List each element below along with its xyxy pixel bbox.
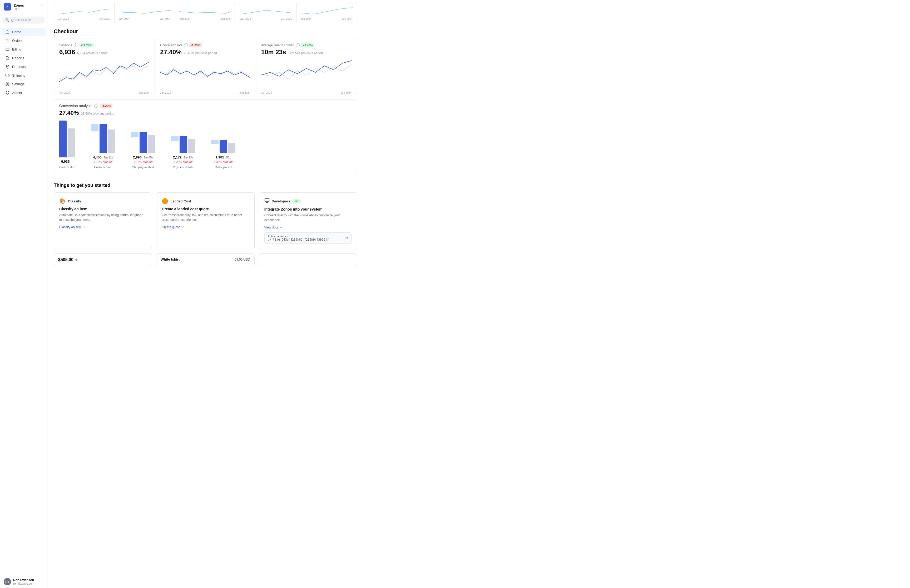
- funnel-time-shipping: 1m 45s: [144, 156, 153, 159]
- funnel-label-shipping: Shipping method: [132, 166, 154, 169]
- conversion-analysis-badge: -1.20%: [100, 104, 112, 108]
- publishable-key-label: Publishable key: [268, 235, 329, 238]
- svg-point-7: [6, 76, 6, 77]
- classify-icon: 🎨: [59, 198, 66, 204]
- conversion-analysis-header: Conversion analysis i -1.20%: [59, 104, 352, 108]
- white-tshirt-label: White tshirt: [161, 257, 179, 262]
- funnel-step-shipping-method: 2,896 1m 45s ↓ 19% drop off Shipping met…: [131, 132, 155, 169]
- sidebar-item-home-label: Home: [12, 30, 21, 34]
- avg-time-prev: 12m 56s previous period: [288, 51, 323, 55]
- chart3-date-end: Jan 2024: [220, 17, 231, 20]
- white-tshirt-price: 69.00 USD: [234, 258, 250, 262]
- sidebar-item-home[interactable]: Home: [2, 27, 45, 36]
- sidebar-item-products-label: Products: [12, 65, 26, 69]
- orders-icon: [5, 39, 10, 43]
- avg-time-chart: Jan 2024 Jan 2024: [261, 58, 352, 89]
- sidebar-item-reports[interactable]: Reports: [2, 54, 45, 62]
- search-icon: 🔍: [5, 18, 10, 22]
- quick-search-button[interactable]: 🔍 Quick search: [3, 16, 45, 24]
- price-item-card: $505.00 ⊕: [54, 254, 152, 266]
- sessions-chart-date-start: Jan 2024: [59, 91, 70, 94]
- classify-card: 🎨 Classify Classify an item Automate HS …: [54, 192, 152, 249]
- chart2-date-end: Jan 2024: [160, 17, 171, 20]
- funnel-bar-light-payment: [171, 136, 178, 141]
- funnel-bar-gray-shipping: [148, 135, 155, 153]
- conversion-rate-metric: Conversion rate i -1.20% 27.40% 28.60% p…: [155, 39, 256, 94]
- sessions-info-icon[interactable]: i: [74, 44, 78, 47]
- conversion-rate-label: Conversion rate: [160, 44, 183, 47]
- funnel-label-cart: Cart created: [59, 166, 75, 169]
- funnel-step-customer-info: 4,456 2m 12s ↓ 13% drop off Customer inf…: [91, 124, 115, 169]
- company-name: Zonos: [14, 3, 38, 7]
- funnel-bar-light-shipping: [131, 132, 139, 137]
- top-chart-3: Jan 2024 Jan 2024: [175, 2, 236, 23]
- funnel-bar-gray-payment: [188, 139, 196, 153]
- funnel-stat-shipping: 2,896: [133, 155, 142, 159]
- classify-link[interactable]: Classify an item →: [59, 225, 146, 229]
- conversion-analysis-section: Conversion analysis i -1.20% 27.40% 28.6…: [54, 99, 357, 175]
- svg-rect-0: [6, 48, 9, 50]
- svg-marker-6: [8, 75, 9, 76]
- search-label: Quick search: [11, 18, 31, 22]
- publishable-key-value: pk_live_243u48239h82hf239h9jf3920jf: [268, 238, 329, 241]
- user-profile[interactable]: RS Ron Swanson ron@zonos.com: [0, 575, 47, 588]
- sidebar-item-shipping[interactable]: Shipping: [2, 71, 45, 79]
- landed-cost-service-name: Landed Cost: [170, 199, 191, 203]
- copy-key-button[interactable]: ⧉: [346, 236, 348, 240]
- developers-icon: [264, 198, 270, 205]
- conversion-analysis-value: 27.40%: [59, 110, 79, 116]
- conversion-analysis-info-icon[interactable]: i: [94, 104, 98, 108]
- chart1-date-start: Jan 2024: [58, 17, 69, 20]
- avg-time-info-icon[interactable]: i: [296, 44, 300, 47]
- sidebar-item-admin[interactable]: Admin: [2, 89, 45, 97]
- avg-time-metric: Average time to convert i +2.43% 10m 23s…: [256, 39, 357, 94]
- sidebar-item-reports-label: Reports: [12, 56, 24, 60]
- sidebar-item-orders[interactable]: Orders: [2, 36, 45, 45]
- conversion-rate-info-icon[interactable]: i: [184, 44, 188, 47]
- landed-cost-link[interactable]: Create quote →: [162, 225, 249, 229]
- sidebar-item-orders-label: Orders: [12, 39, 23, 43]
- conv-chart-date-start: Jan 2024: [160, 91, 171, 94]
- landed-cost-card-title: Create a landed cost quote: [162, 207, 249, 211]
- classify-card-title: Classify an item: [59, 207, 146, 211]
- svg-rect-10: [265, 199, 269, 202]
- chart1-date-end: Jan 2024: [99, 17, 110, 20]
- developers-live-badge: Live: [292, 199, 301, 203]
- top-mini-charts: Jan 2024 Jan 2024 Jan 2024 Jan 2024: [54, 2, 357, 23]
- user-info: Ron Swanson ron@zonos.com: [13, 578, 34, 585]
- sidebar-item-settings[interactable]: Settings: [2, 80, 45, 88]
- landed-cost-link-arrow: →: [181, 225, 184, 229]
- developers-card: Developers Live Integrate Zonos into you…: [259, 192, 357, 249]
- sidebar-item-products[interactable]: Products: [2, 62, 45, 71]
- chart2-date-start: Jan 2024: [119, 17, 129, 20]
- checkout-section-title: Checkout: [54, 28, 357, 34]
- sidebar-item-billing-label: Billing: [12, 47, 21, 51]
- developers-icon-row: Developers Live: [264, 198, 352, 205]
- top-chart-2: Jan 2024 Jan 2024: [115, 2, 175, 23]
- funnel-step-cart-created: 6,936 – Cart created: [59, 121, 75, 169]
- sessions-label: Sessions: [59, 44, 72, 47]
- top-chart-4: Jan 2024 Jan 2024: [236, 2, 296, 23]
- company-switcher-icon[interactable]: ⌃: [41, 5, 44, 9]
- sidebar: Z Zonos 909 ⌃ 🔍 Quick search Home Orders: [0, 0, 47, 588]
- funnel-step-payment-details: 2,172 1m 23s ↓ 25% drop off Payment deta…: [171, 136, 196, 169]
- sidebar-item-billing[interactable]: Billing: [2, 45, 45, 53]
- sessions-badge: +12.24%: [79, 43, 94, 47]
- user-name: Ron Swanson: [13, 578, 34, 582]
- publishable-key-row: Publishable key pk_live_243u48239h82hf23…: [264, 233, 352, 244]
- settings-icon: [5, 82, 10, 86]
- sidebar-header: Z Zonos 909 ⌃: [0, 0, 47, 14]
- landed-cost-icon: 🟠: [162, 198, 168, 204]
- checkout-metrics: Sessions i +12.24% 6,936 6,124 previous …: [54, 39, 357, 94]
- developers-link[interactable]: View docs →: [264, 226, 352, 229]
- classify-link-arrow: →: [83, 225, 86, 229]
- funnel-stat-payment: 2,172: [173, 155, 182, 159]
- sessions-prev: 6,124 previous period: [77, 51, 107, 55]
- sidebar-item-settings-label: Settings: [12, 82, 24, 86]
- third-item-card: [259, 254, 357, 266]
- sessions-chart: Jan 2024 Jan 2024: [59, 58, 149, 89]
- conversion-analysis-prev: 28.60% previous period: [81, 112, 114, 116]
- classify-icon-row: 🎨 Classify: [59, 198, 146, 204]
- developers-card-title: Integrate Zonos into your system: [264, 207, 352, 212]
- conv-chart-date-end: Jan 2024: [239, 91, 251, 94]
